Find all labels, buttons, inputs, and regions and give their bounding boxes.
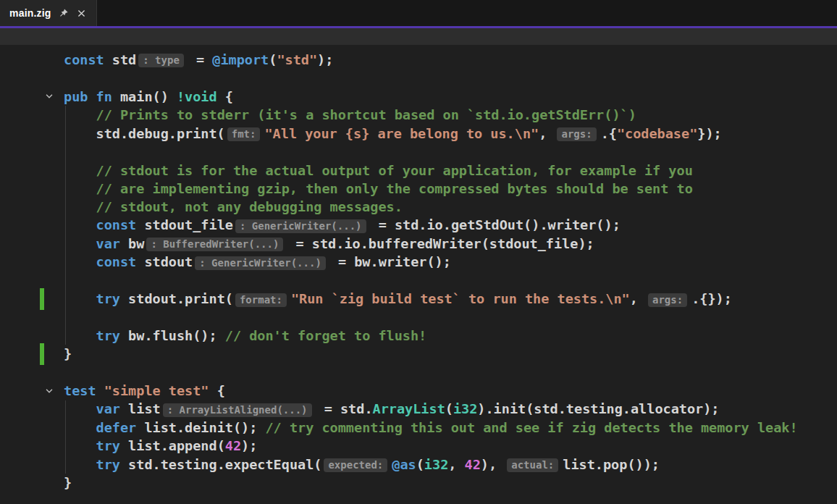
code-line-text: var bw: BufferedWriter(...) = std.io.buf… bbox=[64, 236, 594, 252]
code-token: !void bbox=[177, 89, 217, 104]
gutter bbox=[0, 51, 64, 69]
code-line[interactable]: } bbox=[0, 474, 837, 492]
code-token: stdout.print( bbox=[120, 291, 233, 306]
code-token bbox=[64, 107, 96, 122]
code-token: test bbox=[64, 383, 96, 398]
code-line[interactable]: } bbox=[0, 345, 837, 363]
code-line[interactable]: // are implementing gzip, then only the … bbox=[0, 180, 837, 198]
code-token: // stdout, not any debugging messages. bbox=[96, 199, 403, 214]
pin-icon[interactable] bbox=[58, 7, 70, 19]
inlay-hint: : GenericWriter(...) bbox=[235, 219, 366, 233]
fold-chevron-icon[interactable] bbox=[43, 91, 55, 102]
indent-guide bbox=[65, 106, 66, 345]
tab-label: main.zig bbox=[9, 7, 51, 19]
code-line[interactable]: defer list.deinit(); // try commenting t… bbox=[0, 419, 837, 437]
gutter bbox=[0, 382, 64, 400]
code-line-text: try std.testing.expectEqual(expected:@as… bbox=[64, 457, 660, 473]
code-line[interactable] bbox=[0, 69, 837, 87]
code-token: ); bbox=[317, 52, 333, 67]
code-token: // are implementing gzip, then only the … bbox=[96, 181, 693, 196]
code-token: // don't forget to flush! bbox=[225, 328, 426, 343]
code-token: } bbox=[64, 346, 72, 361]
code-line[interactable] bbox=[0, 308, 837, 326]
gutter bbox=[0, 180, 64, 198]
code-line[interactable]: const stdout_file: GenericWriter(...) = … bbox=[0, 217, 837, 235]
code-token bbox=[64, 199, 96, 214]
code-token: ( bbox=[416, 457, 424, 472]
code-token: = std.io.bufferedWriter(stdout_file); bbox=[287, 236, 594, 251]
code-token: i32 bbox=[453, 401, 477, 416]
breadcrumbs-bar bbox=[0, 28, 837, 45]
code-token: ( bbox=[269, 52, 277, 67]
gutter bbox=[0, 400, 64, 418]
code-line[interactable]: // stdout is for the actual output of yo… bbox=[0, 161, 837, 179]
inlay-hint: : GenericWriter(...) bbox=[195, 256, 326, 270]
fold-chevron-icon[interactable] bbox=[43, 385, 55, 397]
gutter bbox=[0, 161, 64, 179]
code-line[interactable]: const std: type = @import("std"); bbox=[0, 51, 837, 69]
code-token: , bbox=[448, 457, 464, 472]
code-line[interactable]: std.debug.print(fmt:"All your {s} are be… bbox=[0, 125, 837, 143]
code-token: 42 bbox=[465, 457, 481, 472]
code-token: ), bbox=[481, 457, 505, 472]
code-token: stdout bbox=[136, 254, 193, 269]
code-token: bw.flush(); bbox=[120, 328, 225, 343]
code-line[interactable]: try std.testing.expectEqual(expected:@as… bbox=[0, 455, 837, 474]
gutter bbox=[0, 308, 64, 326]
git-added-indicator[interactable] bbox=[40, 343, 44, 365]
code-token: bw bbox=[120, 236, 144, 251]
code-token: var bbox=[96, 401, 120, 416]
inlay-hint: args: bbox=[648, 293, 687, 307]
code-line[interactable]: try stdout.print(format:"Run `zig build … bbox=[0, 290, 837, 308]
gutter bbox=[0, 474, 64, 492]
code-token: .{}); bbox=[691, 291, 732, 306]
code-token bbox=[64, 328, 96, 343]
code-token: = bw.writer(); bbox=[330, 254, 451, 269]
code-token: fn bbox=[96, 89, 112, 104]
tab-main-zig[interactable]: main.zig bbox=[0, 0, 97, 26]
code-line-text: std.debug.print(fmt:"All your {s} are be… bbox=[64, 126, 722, 142]
code-line[interactable]: // Prints to stderr (it's a shortcut bas… bbox=[0, 106, 837, 124]
code-line-text: const stdout: GenericWriter(...) = bw.wr… bbox=[64, 254, 451, 270]
code-line[interactable]: try bw.flush(); // don't forget to flush… bbox=[0, 327, 837, 345]
code-token bbox=[64, 420, 96, 435]
gutter bbox=[0, 419, 64, 437]
code-line[interactable]: var bw: BufferedWriter(...) = std.io.buf… bbox=[0, 235, 837, 253]
code-token: ); bbox=[241, 438, 257, 453]
inlay-hint: : type bbox=[138, 54, 184, 67]
gutter bbox=[0, 253, 64, 271]
code-token: try bbox=[96, 457, 120, 472]
gutter bbox=[0, 235, 64, 253]
code-token: defer bbox=[96, 420, 137, 435]
code-token: }); bbox=[697, 126, 721, 141]
code-token: = std.io.getStdOut().writer(); bbox=[371, 217, 621, 232]
code-line[interactable] bbox=[0, 272, 837, 290]
gutter bbox=[0, 345, 64, 363]
code-token: stdout_file bbox=[136, 217, 233, 232]
tab-bar: main.zig bbox=[0, 0, 837, 26]
code-token: "All your {s} are belong to us.\n" bbox=[264, 126, 539, 141]
close-icon[interactable] bbox=[76, 7, 88, 19]
code-token: , bbox=[630, 291, 646, 306]
code-line[interactable]: var list: ArrayListAligned(...) = std.Ar… bbox=[0, 400, 837, 418]
code-line[interactable]: pub fn main() !void { bbox=[0, 88, 837, 106]
code-editor[interactable]: const std: type = @import("std");pub fn … bbox=[0, 45, 837, 504]
code-line[interactable] bbox=[0, 143, 837, 161]
inlay-hint: actual: bbox=[507, 458, 558, 472]
code-token: @as bbox=[392, 457, 416, 472]
code-token bbox=[64, 181, 96, 196]
code-token: // try commenting this out and see if zi… bbox=[265, 420, 797, 435]
inlay-hint: format: bbox=[235, 293, 287, 307]
code-line[interactable]: const stdout: GenericWriter(...) = bw.wr… bbox=[0, 253, 837, 271]
code-area: const std: type = @import("std");pub fn … bbox=[0, 45, 837, 492]
code-token bbox=[96, 383, 104, 398]
git-added-indicator[interactable] bbox=[40, 288, 44, 310]
code-token: 42 bbox=[225, 438, 241, 453]
code-line[interactable]: // stdout, not any debugging messages. bbox=[0, 198, 837, 216]
code-token: // Prints to stderr (it's a shortcut bas… bbox=[96, 107, 636, 122]
code-line[interactable]: test "simple test" { bbox=[0, 382, 837, 400]
code-token: ).init(std.testing.allocator); bbox=[477, 401, 719, 416]
code-line[interactable] bbox=[0, 364, 837, 382]
code-line[interactable]: try list.append(42); bbox=[0, 437, 837, 455]
inlay-hint: expected: bbox=[324, 458, 387, 472]
